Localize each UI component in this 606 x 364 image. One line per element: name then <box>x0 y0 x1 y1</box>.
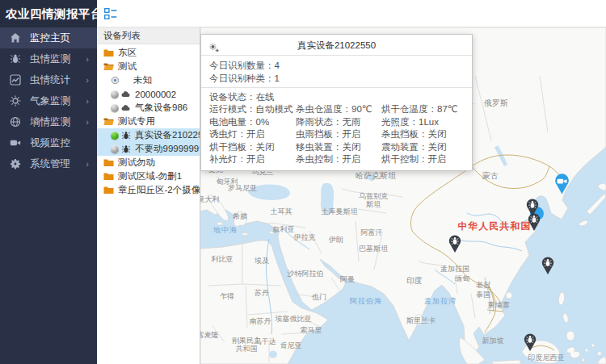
tree-item-label: 测试 <box>118 61 137 73</box>
popup-summary-line: 今日识别数量：4 <box>201 59 472 72</box>
tree-toggle-icon[interactable] <box>104 8 117 19</box>
tree-folder[interactable]: 测试区域-勿删1 <box>97 169 200 183</box>
status-dot-gray <box>111 145 119 153</box>
tree-item-label: 章丘阳丘区-2个摄像头 <box>118 184 200 196</box>
chevron-right-icon: › <box>86 54 89 64</box>
tree-item-label: 测试专用 <box>118 115 155 128</box>
sidebar-item-sun[interactable]: 气象监测› <box>0 90 97 111</box>
sidebar-item-chart[interactable]: 虫情统计› <box>0 69 97 90</box>
sidebar-item-label: 气象监测 <box>30 94 70 108</box>
topbar <box>97 0 606 27</box>
folder-closed-icon <box>103 158 114 167</box>
video-icon <box>9 137 21 149</box>
tree-folder[interactable]: 测试专用 <box>97 115 200 128</box>
insect-device-pin[interactable] <box>541 256 555 275</box>
sidebar-item-home[interactable]: 监控主页 <box>0 27 97 48</box>
gear-settings-icon[interactable] <box>208 40 220 51</box>
sidebar-item-label: 监控主页 <box>30 31 70 45</box>
insect-device-pin[interactable] <box>523 333 537 352</box>
tree-device[interactable]: 未知 <box>97 73 200 87</box>
popup-data-row: 补光灯：开启杀虫控制：开启烘干控制：开启 <box>201 153 472 166</box>
sidebar-item-label: 虫情监测 <box>30 52 70 66</box>
tree-device[interactable]: 真实设备21022550 <box>97 128 200 142</box>
chevron-right-icon: › <box>86 96 89 106</box>
chevron-right-icon: › <box>86 117 89 127</box>
status-dot-green <box>111 132 119 140</box>
weather-device-icon <box>121 104 131 111</box>
popup-header: 真实设备21022550 <box>201 35 472 56</box>
app-window: 农业四情测报平台 监控主页虫情监测›虫情统计›气象监测›墒情监测›视频监控系统管… <box>0 0 606 364</box>
insect-device-icon <box>121 144 131 154</box>
sidebar-item-bug[interactable]: 虫情监测› <box>0 48 97 69</box>
status-dot-gray <box>111 90 119 98</box>
tree-item-label: 20000002 <box>135 90 176 99</box>
sun-icon <box>9 95 21 107</box>
home-icon <box>9 32 21 44</box>
folder-closed-icon <box>103 186 114 195</box>
tree-folder[interactable]: 东区 <box>97 46 200 60</box>
tree-folder[interactable]: 章丘阳丘区-2个摄像头 <box>97 183 200 197</box>
device-panel-title: 设备列表 <box>97 27 200 44</box>
gear-icon <box>9 158 21 170</box>
tree-item-label: 真实设备21022550 <box>135 129 200 141</box>
globe-icon <box>9 116 21 128</box>
popup-grid: 运行模式：自动模式杀虫仓温度：90℃烘干仓温度：87℃电池电量：0%降雨状态：无… <box>201 103 472 166</box>
insect-device-pin[interactable] <box>448 234 462 253</box>
unknown-marker-icon <box>111 76 120 85</box>
tree-device[interactable]: 20000002 <box>97 87 200 101</box>
popup-title: 真实设备21022550 <box>297 40 376 50</box>
chart-icon <box>9 74 21 86</box>
map-area[interactable]: 俄罗斯蒙古哈萨克斯坦中华人民共和国乌克兰捷克匈牙利罗马尼亚意大利希腊土耳其土库曼… <box>200 27 606 364</box>
device-panel: 设备列表 东区测试未知20000002气象设备986测试专用真实设备210225… <box>97 27 200 364</box>
popup-summary: 今日识别数量：4今日识别种类：1 <box>201 56 472 88</box>
tree-item-label: 气象设备986 <box>135 102 187 114</box>
tree-item-label: 不要动99999999 <box>135 143 200 155</box>
folder-open-icon <box>103 62 114 71</box>
insect-device-icon <box>121 131 131 140</box>
tree-folder[interactable]: 测试 <box>97 60 200 73</box>
sidebar-item-label: 系统管理 <box>30 157 70 171</box>
sidebar: 农业四情测报平台 监控主页虫情监测›虫情统计›气象监测›墒情监测›视频监控系统管… <box>0 0 97 364</box>
tree-item-label: 测试勿动 <box>118 157 155 169</box>
device-status: 设备状态：在线 <box>201 90 472 103</box>
popup-data-row: 烘干挡板：关闭移虫装置：关闭震动装置：关闭 <box>201 141 472 154</box>
popup-data-row: 诱虫灯：开启虫雨挡板：开启杀虫挡板：关闭 <box>201 128 472 141</box>
sidebar-item-label: 视频监控 <box>30 136 70 150</box>
popup-data-row: 电池电量：0%降雨状态：无雨光照度：1Lux <box>201 116 472 129</box>
app-title: 农业四情测报平台 <box>0 0 97 27</box>
chevron-right-icon: › <box>86 159 89 169</box>
sidebar-item-globe[interactable]: 墒情监测› <box>0 111 97 132</box>
popup-summary-line: 今日识别种类：1 <box>201 72 472 85</box>
popup-body: 设备状态：在线 运行模式：自动模式杀虫仓温度：90℃烘干仓温度：87℃电池电量：… <box>201 88 472 170</box>
device-tree: 东区测试未知20000002气象设备986测试专用真实设备21022550不要动… <box>97 44 200 197</box>
insect-device-pin[interactable] <box>527 212 541 232</box>
tree-device[interactable]: 气象设备986 <box>97 101 200 115</box>
tree-device[interactable]: 不要动99999999 <box>97 142 200 156</box>
sidebar-item-label: 墒情监测 <box>30 115 70 129</box>
status-dot-gray <box>111 104 119 112</box>
sidebar-item-label: 虫情统计 <box>30 73 70 87</box>
sidebar-item-video[interactable]: 视频监控 <box>0 132 97 153</box>
sidebar-menu: 监控主页虫情监测›虫情统计›气象监测›墒情监测›视频监控系统管理› <box>0 27 97 174</box>
folder-closed-icon <box>103 48 114 57</box>
tree-item-label: 东区 <box>118 47 137 59</box>
tree-item-label: 测试区域-勿删1 <box>118 170 182 182</box>
device-popup: 真实设备21022550 今日识别数量：4今日识别种类：1 设备状态：在线 运行… <box>200 34 473 171</box>
sidebar-item-gear[interactable]: 系统管理› <box>0 153 97 174</box>
bug-icon <box>9 53 21 65</box>
chevron-right-icon: › <box>86 75 89 85</box>
tree-folder[interactable]: 测试勿动 <box>97 156 200 169</box>
folder-closed-icon <box>103 172 114 181</box>
tree-item-label: 未知 <box>133 74 152 86</box>
folder-open-icon <box>103 117 114 126</box>
popup-data-row: 运行模式：自动模式杀虫仓温度：90℃烘干仓温度：87℃ <box>201 103 472 116</box>
weather-device-icon <box>121 90 131 98</box>
camera-device-pin[interactable] <box>553 173 570 195</box>
